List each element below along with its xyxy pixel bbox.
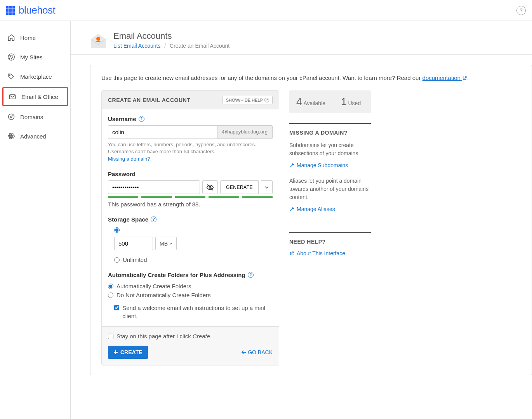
- page-title: Email Accounts: [113, 31, 229, 41]
- stat-used: 1Used: [341, 96, 361, 108]
- sidebar: Home My Sites Marketplace Email & Office…: [0, 21, 71, 419]
- svg-point-1: [9, 74, 10, 76]
- storage-label: Storage Space ?: [108, 216, 273, 223]
- sidebar-item-label: Home: [20, 35, 36, 41]
- toggle-password-visibility-button[interactable]: [202, 180, 218, 194]
- password-label: Password: [108, 171, 273, 177]
- wrench-icon: [289, 163, 294, 168]
- sidebar-item-label: Domains: [20, 114, 43, 120]
- documentation-link[interactable]: documentation: [422, 74, 468, 81]
- missing-domain-link[interactable]: Missing a domain?: [108, 156, 150, 162]
- card-title: CREATE AN EMAIL ACCOUNT: [108, 97, 190, 103]
- folders-no-label: Do Not Automatically Create Folders: [116, 292, 211, 298]
- wordpress-icon: [7, 53, 16, 61]
- svg-point-5: [8, 135, 15, 138]
- question-icon[interactable]: ?: [248, 272, 254, 278]
- folders-auto-label: Automatically Create Folders: [116, 283, 191, 289]
- manage-subdomains-link[interactable]: Manage Subdomains: [289, 162, 371, 168]
- breadcrumb-current: Create an Email Account: [170, 43, 229, 49]
- go-back-link[interactable]: GO BACK: [242, 349, 273, 355]
- storage-fixed-radio[interactable]: [114, 227, 120, 233]
- sidebar-item-mysites[interactable]: My Sites: [0, 47, 70, 67]
- welcome-email-label: Send a welcome email with instructions t…: [122, 304, 273, 320]
- eye-off-icon: [206, 184, 214, 191]
- question-icon: ?: [264, 98, 269, 102]
- stats-box: 4Available 1Used: [289, 90, 371, 113]
- manage-aliases-link[interactable]: Manage Aliases: [289, 206, 371, 212]
- sidebar-item-home[interactable]: Home: [0, 28, 70, 47]
- intro-text: Use this page to create new email addres…: [101, 74, 521, 81]
- alias-text: Aliases let you point a domain towards a…: [289, 177, 371, 201]
- password-strength-meter: [108, 196, 273, 198]
- missing-domain-heading: MISSING A DOMAIN?: [289, 130, 371, 136]
- external-link-icon: [289, 251, 294, 256]
- stay-on-page-checkbox[interactable]: [108, 334, 113, 339]
- question-icon[interactable]: ?: [139, 116, 144, 122]
- arrow-left-icon: [242, 350, 246, 355]
- atom-icon: [7, 132, 16, 140]
- side-column: 4Available 1Used MISSING A DOMAIN? Subdo…: [289, 90, 371, 265]
- sidebar-item-label: Email & Office: [21, 93, 58, 100]
- svg-point-3: [9, 114, 14, 120]
- unlimited-label: Unlimited: [123, 256, 147, 263]
- help-icon[interactable]: ?: [516, 6, 526, 15]
- stat-available: 4Available: [296, 96, 325, 108]
- about-interface-link[interactable]: About This Interface: [289, 250, 371, 256]
- subdomain-text: Subdomains let you create subsections of…: [289, 141, 371, 158]
- welcome-email-checkbox[interactable]: [114, 305, 119, 310]
- svg-point-8: [96, 37, 100, 41]
- caret-down-icon: [265, 185, 269, 189]
- apps-grid-icon[interactable]: [6, 6, 15, 15]
- username-hint: You can use letters, numbers, periods, h…: [108, 141, 273, 155]
- sidebar-item-marketplace[interactable]: Marketplace: [0, 67, 70, 86]
- showhide-help-button[interactable]: SHOW/HIDE HELP ?: [223, 96, 273, 104]
- email-accounts-icon: [90, 33, 106, 47]
- username-label: Username ?: [108, 116, 273, 122]
- mail-icon: [8, 92, 17, 101]
- sidebar-item-domains[interactable]: Domains: [0, 107, 70, 126]
- breadcrumb-list-link[interactable]: List Email Accounts: [113, 43, 160, 49]
- brand-logo: bluehost: [19, 4, 55, 16]
- main-content: Email Accounts List Email Accounts / Cre…: [71, 21, 532, 419]
- domain-addon: @happybluedog.org: [217, 125, 273, 139]
- folders-auto-radio[interactable]: [108, 284, 113, 289]
- create-button[interactable]: CREATE: [108, 346, 148, 359]
- tag-icon: [7, 72, 16, 81]
- storage-unlimited-radio[interactable]: [114, 257, 120, 263]
- generate-password-button[interactable]: GENERATE: [220, 180, 259, 194]
- folders-label: Automatically Create Folders for Plus Ad…: [108, 272, 273, 278]
- caret-down-icon: [169, 242, 172, 245]
- card-header: CREATE AN EMAIL ACCOUNT SHOW/HIDE HELP ?: [102, 91, 279, 109]
- storage-amount-input[interactable]: [114, 237, 153, 250]
- compass-icon: [7, 113, 16, 121]
- plus-icon: [113, 350, 118, 355]
- generate-dropdown-button[interactable]: [261, 180, 273, 194]
- content-panel: Use this page to create new email addres…: [90, 65, 532, 375]
- home-icon: [7, 33, 16, 42]
- svg-point-4: [10, 135, 12, 137]
- folders-no-radio[interactable]: [108, 293, 113, 298]
- need-help-heading: NEED HELP?: [289, 239, 371, 245]
- sidebar-item-label: Marketplace: [20, 73, 52, 80]
- breadcrumb: List Email Accounts / Create an Email Ac…: [113, 43, 229, 49]
- storage-unit-dropdown[interactable]: MB: [155, 237, 177, 250]
- sidebar-item-label: Advanced: [20, 133, 46, 140]
- password-input[interactable]: [108, 180, 200, 194]
- sidebar-item-advanced[interactable]: Advanced: [0, 126, 70, 146]
- sidebar-item-label: My Sites: [20, 54, 43, 61]
- stay-label: Stay on this page after I click Create.: [116, 333, 212, 339]
- svg-rect-2: [10, 95, 16, 99]
- top-bar: bluehost ?: [0, 0, 532, 21]
- create-email-card: CREATE AN EMAIL ACCOUNT SHOW/HIDE HELP ?…: [101, 90, 279, 365]
- sidebar-item-email[interactable]: Email & Office: [2, 87, 68, 106]
- wrench-icon: [289, 207, 294, 212]
- password-strength-text: This password has a strength of 88.: [108, 201, 273, 208]
- page-header: Email Accounts List Email Accounts / Cre…: [71, 21, 532, 55]
- question-icon[interactable]: ?: [151, 216, 156, 222]
- username-input[interactable]: [108, 125, 217, 139]
- card-footer: Stay on this page after I click Create. …: [102, 326, 279, 365]
